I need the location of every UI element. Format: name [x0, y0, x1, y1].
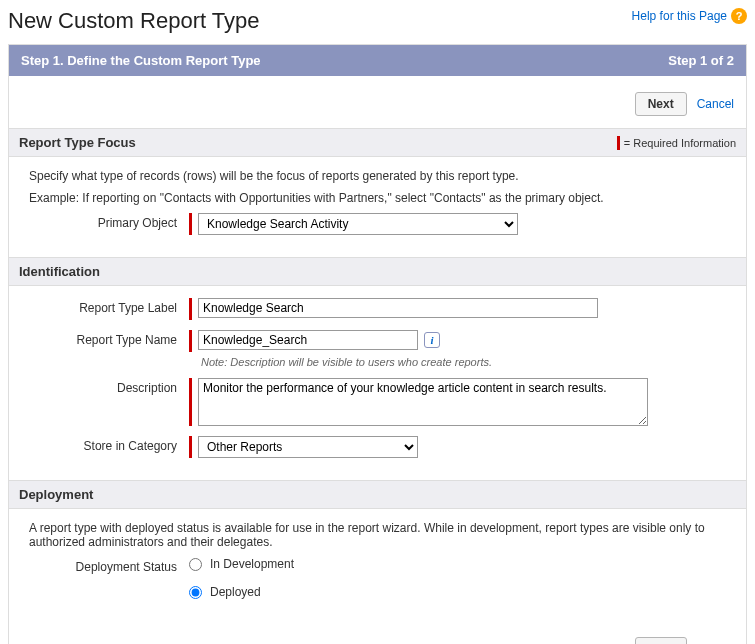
focus-intro: Specify what type of records (rows) will…	[29, 169, 726, 183]
next-button[interactable]: Next	[635, 92, 687, 116]
deployment-deployed-label[interactable]: Deployed	[210, 585, 261, 599]
deployment-status-label: Deployment Status	[29, 557, 189, 574]
section-header-deployment: Deployment	[9, 480, 746, 509]
page-title: New Custom Report Type	[8, 8, 259, 34]
step-count: Step 1 of 2	[668, 53, 734, 68]
cancel-link[interactable]: Cancel	[697, 97, 734, 111]
required-marker	[189, 378, 192, 426]
required-marker	[189, 436, 192, 458]
store-category-select[interactable]: Other Reports	[198, 436, 418, 458]
required-marker	[189, 213, 192, 235]
description-label: Description	[29, 378, 189, 395]
next-button[interactable]: Next	[635, 637, 687, 644]
deployment-dev-radio[interactable]	[189, 558, 202, 571]
section-header-focus: Report Type Focus = Required Information	[9, 128, 746, 157]
step-title: Step 1. Define the Custom Report Type	[21, 53, 261, 68]
report-type-label-input[interactable]	[198, 298, 598, 318]
identification-heading: Identification	[19, 264, 100, 279]
required-marker	[189, 298, 192, 320]
help-icon: ?	[731, 8, 747, 24]
description-note: Note: Description will be visible to use…	[201, 356, 726, 368]
description-textarea[interactable]	[198, 378, 648, 426]
deployment-dev-label[interactable]: In Development	[210, 557, 294, 571]
required-bar-icon	[617, 136, 620, 150]
primary-object-label: Primary Object	[29, 213, 189, 230]
required-legend: = Required Information	[617, 136, 736, 150]
help-link[interactable]: Help for this Page ?	[632, 8, 747, 24]
focus-example: Example: If reporting on "Contacts with …	[29, 191, 726, 205]
required-marker	[189, 330, 192, 352]
step-bar: Step 1. Define the Custom Report Type St…	[9, 45, 746, 76]
store-category-label: Store in Category	[29, 436, 189, 453]
focus-heading: Report Type Focus	[19, 135, 136, 150]
section-header-identification: Identification	[9, 257, 746, 286]
button-row-bottom: Next Cancel	[9, 629, 746, 644]
report-type-name-label: Report Type Name	[29, 330, 189, 347]
info-icon[interactable]: i	[424, 332, 440, 348]
help-link-text: Help for this Page	[632, 9, 727, 23]
deployment-deployed-radio[interactable]	[189, 586, 202, 599]
button-row-top: Next Cancel	[9, 84, 746, 128]
report-type-label-label: Report Type Label	[29, 298, 189, 315]
primary-object-select[interactable]: Knowledge Search Activity	[198, 213, 518, 235]
report-type-name-input[interactable]	[198, 330, 418, 350]
required-legend-text: = Required Information	[624, 137, 736, 149]
deployment-heading: Deployment	[19, 487, 93, 502]
deployment-intro: A report type with deployed status is av…	[29, 521, 726, 549]
